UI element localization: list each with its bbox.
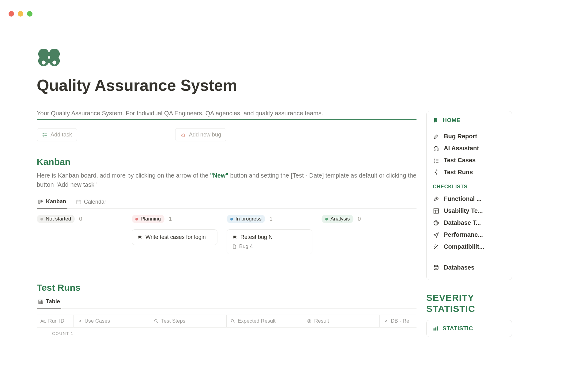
tab-table-label: Table — [46, 298, 60, 305]
search-icon — [154, 319, 159, 324]
svg-rect-20 — [236, 236, 236, 237]
svg-point-28 — [155, 320, 157, 322]
kanban-column: In progress1Retest bug NBug 4 — [227, 215, 312, 258]
hammer-icon — [433, 196, 439, 202]
kanban-column: Analysis0 — [322, 215, 407, 258]
table-column-header[interactable]: Test Steps — [150, 315, 227, 327]
sidebar-checklist-item[interactable]: Performanc... — [433, 229, 506, 241]
aa-icon: Aa — [40, 318, 46, 324]
tab-kanban-label: Kanban — [46, 198, 66, 205]
svg-rect-42 — [437, 326, 438, 330]
calendar-icon — [76, 199, 81, 205]
svg-rect-25 — [234, 236, 235, 237]
severity-heading: SEVERITY STATISTIC — [426, 292, 512, 314]
kanban-card[interactable]: Retest bug NBug 4 — [227, 229, 312, 254]
databases-label: Databases — [444, 264, 474, 271]
invader-icon — [232, 235, 237, 240]
svg-point-34 — [436, 170, 437, 171]
svg-rect-22 — [233, 236, 236, 238]
svg-rect-12 — [141, 236, 141, 237]
svg-rect-10 — [77, 200, 81, 204]
sidebar-checklist-item[interactable]: Usability Te... — [433, 205, 506, 217]
svg-rect-9 — [42, 200, 43, 201]
kanban-description: Here is Kanban board, add more by clicki… — [37, 171, 417, 189]
status-pill[interactable]: Not started — [37, 215, 75, 223]
svg-rect-11 — [138, 236, 138, 237]
arrow-icon — [77, 319, 82, 324]
column-header: Not started0 — [37, 215, 123, 223]
sidebar-home[interactable]: HOME — [433, 117, 506, 124]
table-column-header[interactable]: Use Cases — [74, 315, 150, 327]
sidebar-item-databases[interactable]: Databases — [433, 262, 506, 274]
chart-icon — [433, 325, 439, 332]
svg-rect-35 — [434, 209, 439, 213]
column-label: Test Steps — [161, 318, 185, 324]
sidebar-item-label: Bug Report — [444, 133, 477, 140]
zoom-dot[interactable] — [27, 11, 32, 17]
svg-rect-40 — [434, 328, 435, 331]
card-sub: Bug 4 — [239, 243, 253, 250]
card-title: Retest bug N — [240, 234, 273, 240]
table-column-header[interactable]: AaRun ID — [37, 315, 74, 327]
edit-icon — [433, 133, 439, 140]
svg-point-5 — [52, 61, 56, 65]
divider — [37, 119, 417, 120]
svg-rect-16 — [141, 238, 141, 238]
invader-icon — [137, 235, 142, 240]
tab-calendar[interactable]: Calendar — [75, 197, 107, 208]
svg-point-38 — [436, 223, 436, 223]
svg-rect-14 — [138, 236, 141, 238]
target-icon — [433, 220, 439, 226]
close-dot[interactable] — [9, 11, 14, 17]
table-icon — [38, 299, 43, 305]
sidebar-item[interactable]: Bug Report — [433, 130, 506, 142]
run-icon — [433, 169, 439, 176]
svg-point-31 — [309, 320, 310, 322]
status-pill[interactable]: Analysis — [322, 215, 353, 223]
status-pill[interactable]: In progress — [227, 215, 265, 223]
svg-point-4 — [42, 61, 46, 65]
column-header: In progress1 — [227, 215, 312, 223]
svg-point-30 — [308, 320, 311, 323]
kanban-card[interactable]: Write test cases for login — [132, 229, 217, 245]
status-pill[interactable]: Planning — [132, 215, 164, 223]
tab-kanban[interactable]: Kanban — [37, 197, 67, 209]
minimize-dot[interactable] — [18, 11, 23, 17]
add-task-button[interactable]: Add task — [37, 128, 77, 141]
svg-rect-13 — [138, 236, 141, 236]
column-label: Expected Result — [238, 318, 276, 324]
database-icon — [433, 264, 439, 271]
sidebar-nav-panel: HOME Bug ReportAI AssistantTest CasesTes… — [426, 111, 512, 280]
kanban-title: Kanban — [37, 157, 417, 167]
table-header-row: AaRun IDUse CasesTest StepsExpected Resu… — [37, 315, 417, 328]
sidebar-checklist-item[interactable]: Functional ... — [433, 193, 506, 205]
table-column-header[interactable]: DB - Re — [380, 315, 413, 327]
kanban-column: Not started0 — [37, 215, 123, 258]
add-bug-label: Add new bug — [189, 132, 221, 138]
add-bug-button[interactable]: Add new bug — [175, 128, 226, 141]
sidebar-item[interactable]: Test Cases — [433, 154, 506, 166]
svg-rect-26 — [235, 236, 236, 237]
column-header: Planning1 — [132, 215, 217, 223]
sidebar-checklist-item[interactable]: Database T... — [433, 217, 506, 229]
table-column-header[interactable]: Result — [303, 315, 380, 327]
column-label: Result — [314, 318, 329, 324]
sidebar-item[interactable]: AI Assistant — [433, 142, 506, 154]
sidebar-checklist-item[interactable]: Compatibilit... — [433, 241, 506, 253]
svg-rect-18 — [140, 236, 141, 237]
sidebar-item[interactable]: Test Runs — [433, 166, 506, 178]
count-row: COUNT 1 — [37, 328, 417, 336]
table-column-header[interactable]: Expected Result — [227, 315, 303, 327]
bookmark-icon — [433, 117, 439, 123]
doc-icon — [232, 244, 237, 249]
column-label: DB - Re — [391, 318, 409, 324]
home-label: HOME — [443, 117, 461, 124]
tab-table[interactable]: Table — [37, 297, 61, 309]
svg-rect-41 — [435, 328, 436, 331]
column-label: Run ID — [48, 318, 64, 324]
column-header: Analysis0 — [322, 215, 407, 223]
statistic-panel[interactable]: STATISTIC — [426, 320, 512, 337]
checklist-icon — [42, 132, 47, 138]
sidebar-item-label: Test Cases — [444, 157, 476, 164]
sidebar-item-label: AI Assistant — [444, 145, 479, 152]
